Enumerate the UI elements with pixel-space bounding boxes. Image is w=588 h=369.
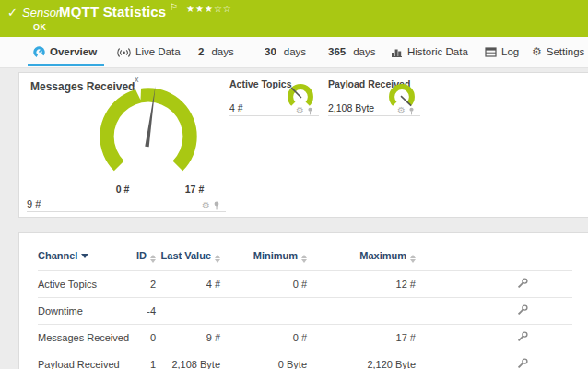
channel-id-cell: 1 xyxy=(121,351,156,369)
sensor-header: ✓ Sensor MQTT Statistics ⚐ ★★★☆☆ OK xyxy=(0,0,588,37)
gear-icon[interactable]: ⚙ xyxy=(202,201,210,210)
payload-received-value: 2,108 Byte xyxy=(328,102,374,113)
minimum-cell: 0 # xyxy=(220,271,307,298)
gauge-footer-icons: ⚙ xyxy=(397,106,415,115)
maximum-cell: 12 # xyxy=(307,271,416,298)
tab-label: Settings xyxy=(547,46,585,57)
log-table-icon xyxy=(485,47,497,57)
prtg-sensor-page: { "header": { "status_icon": "✓", "kind"… xyxy=(0,0,588,369)
priority-stars[interactable]: ★★★☆☆ xyxy=(186,4,232,14)
last-value-cell: 2,108 Byte xyxy=(156,351,220,369)
sort-arrows-icon xyxy=(150,255,156,263)
tab-label: Live Data xyxy=(135,46,181,57)
flag-icon[interactable]: ⚐ xyxy=(170,2,178,12)
active-topics-title: Active Topics xyxy=(229,78,292,89)
tab-label: 365 xyxy=(328,46,346,57)
column-header-maximum[interactable]: Maximum xyxy=(307,246,416,271)
channels-table: Channel ID Last Value Minimum Maximum Ac… xyxy=(38,246,572,369)
primary-gauge: x̄ xyxy=(86,74,211,199)
table-row: Downtime -4 xyxy=(38,298,572,325)
last-value-cell xyxy=(156,298,220,325)
gauge-icon xyxy=(33,46,45,58)
divider xyxy=(229,115,319,116)
pushpin-icon[interactable] xyxy=(213,201,220,210)
gauge-min-label: 0 # xyxy=(104,184,141,195)
channel-name-cell: Downtime xyxy=(38,298,121,325)
tab-label: Overview xyxy=(50,46,97,57)
tab-log[interactable]: Log xyxy=(485,37,519,66)
maximum-cell xyxy=(307,298,416,325)
channel-settings-wrench-icon[interactable] xyxy=(517,358,528,369)
sort-arrows-icon xyxy=(301,255,307,263)
tab-label: days xyxy=(284,46,306,57)
average-marker-label: x̄ xyxy=(135,75,139,84)
channel-name-cell: Active Topics xyxy=(38,271,121,298)
channel-settings-wrench-icon[interactable] xyxy=(517,304,528,315)
column-header-channel[interactable]: Channel xyxy=(38,246,121,271)
tab-label: Log xyxy=(501,46,519,57)
tab-label: 30 xyxy=(265,46,276,57)
channel-name-cell: Messages Received xyxy=(38,325,121,351)
column-header-minimum[interactable]: Minimum xyxy=(220,246,307,271)
gear-icon[interactable]: ⚙ xyxy=(397,106,406,115)
minimum-cell: 0 Byte xyxy=(220,351,307,369)
table-row: Payload Received 1 2,108 Byte 0 Byte 2,1… xyxy=(38,351,572,369)
channel-id-cell: 2 xyxy=(121,271,156,298)
pushpin-icon[interactable] xyxy=(307,107,313,115)
gear-icon[interactable]: ⚙ xyxy=(296,106,304,115)
tab-365-days[interactable]: 365days xyxy=(328,37,375,66)
status-ok-check-icon: ✓ xyxy=(7,6,18,19)
primary-gauge-dial xyxy=(86,74,211,199)
maximum-cell: 2,120 Byte xyxy=(307,351,416,369)
tab-live-data[interactable]: Live Data xyxy=(117,37,181,66)
gauges-panel: Messages Received x̄ 0 # 17 # 9 # ⚙ Acti… xyxy=(18,72,588,218)
gear-icon: ⚙ xyxy=(532,46,542,57)
sort-arrows-icon xyxy=(215,255,220,263)
table-row: Messages Received 0 9 # 0 # 17 # xyxy=(38,325,572,351)
column-header-last-value[interactable]: Last Value xyxy=(156,246,220,271)
tab-historic-data[interactable]: Historic Data xyxy=(391,37,468,66)
object-kind-label: Sensor xyxy=(22,6,60,19)
channel-settings-wrench-icon[interactable] xyxy=(517,331,528,342)
tab-label: days xyxy=(353,46,375,57)
maximum-cell: 17 # xyxy=(307,325,416,351)
table-header-row: Channel ID Last Value Minimum Maximum xyxy=(38,246,572,271)
status-badge: OK xyxy=(33,22,47,31)
gauge-footer-icons: ⚙ xyxy=(202,201,220,210)
divider xyxy=(27,211,226,212)
gauge-max-label: 17 # xyxy=(176,184,213,195)
minimum-cell: 0 # xyxy=(220,325,307,351)
channel-name-cell: Payload Received xyxy=(38,351,121,369)
primary-gauge-value: 9 # xyxy=(27,198,41,209)
gauge-footer-icons: ⚙ xyxy=(296,106,313,115)
channel-settings-wrench-icon[interactable] xyxy=(517,278,528,289)
tab-30-days[interactable]: 30days xyxy=(265,37,306,66)
last-value-cell: 9 # xyxy=(156,325,220,351)
tab-label: 2 xyxy=(198,46,204,57)
sort-caret-icon xyxy=(81,254,88,258)
channels-panel: Channel ID Last Value Minimum Maximum Ac… xyxy=(18,232,588,369)
page-title: MQTT Statistics xyxy=(59,4,166,19)
pushpin-icon[interactable] xyxy=(408,107,415,115)
sort-arrows-icon xyxy=(410,255,416,263)
channel-id-cell: -4 xyxy=(121,298,156,325)
tab-label: Historic Data xyxy=(407,46,468,57)
divider xyxy=(328,115,420,116)
broadcast-icon xyxy=(117,46,131,57)
active-topics-value: 4 # xyxy=(229,102,243,113)
minimum-cell xyxy=(220,298,307,325)
stars-empty: ☆☆ xyxy=(214,4,232,14)
bar-chart-icon xyxy=(391,47,403,57)
column-header-actions xyxy=(416,246,572,271)
tab-overview[interactable]: Overview xyxy=(33,37,97,66)
stars-filled: ★★★ xyxy=(186,4,214,14)
tab-2-days[interactable]: 2days xyxy=(198,37,234,66)
tab-bar: Overview Live Data 2days 30days 365days … xyxy=(0,37,588,68)
tab-settings[interactable]: ⚙ Settings xyxy=(532,37,584,66)
tab-label: days xyxy=(211,46,233,57)
table-row: Active Topics 2 4 # 0 # 12 # xyxy=(38,271,572,298)
column-header-id[interactable]: ID xyxy=(121,246,156,271)
last-value-cell: 4 # xyxy=(156,271,220,298)
